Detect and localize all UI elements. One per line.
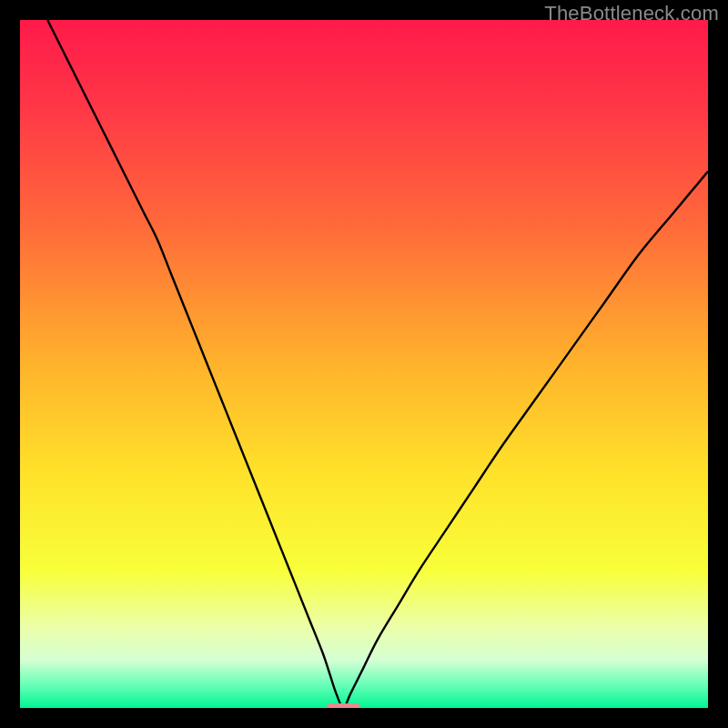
- gradient-background: [20, 20, 708, 708]
- plot-svg: [20, 20, 708, 708]
- chart-frame: TheBottleneck.com: [0, 0, 728, 728]
- minimum-marker: [326, 703, 360, 708]
- plot-area: [20, 20, 708, 708]
- watermark-text: TheBottleneck.com: [544, 2, 719, 25]
